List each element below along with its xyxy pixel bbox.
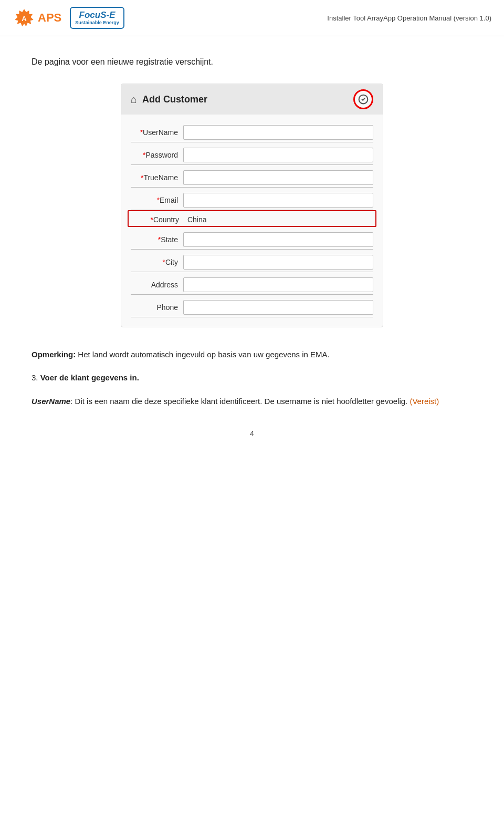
password-row: *Password xyxy=(131,142,373,165)
password-input[interactable] xyxy=(183,148,373,162)
city-input[interactable] xyxy=(183,255,373,270)
focus-e-subtitle: Sustainable Energy xyxy=(75,20,119,26)
state-row: *State xyxy=(131,227,373,250)
email-input[interactable] xyxy=(183,193,373,208)
truename-input[interactable] xyxy=(183,170,373,185)
username-note-bold: UserName xyxy=(32,397,70,406)
state-input[interactable] xyxy=(183,232,373,247)
city-row: *City xyxy=(131,250,373,272)
note-section: Opmerking: Het land wordt automatisch in… xyxy=(32,348,472,361)
username-note-text: : Dit is een naam die deze specifieke kl… xyxy=(70,397,407,406)
page-number: 4 xyxy=(32,429,472,448)
step3-text: Voer de klant gegevens in. xyxy=(40,373,139,382)
step3-section: 3. Voer de klant gegevens in. xyxy=(32,371,472,384)
focus-e-logo: FocuS-E Sustainable Energy xyxy=(70,7,124,28)
form-header: ⌂ Add Customer xyxy=(121,84,383,115)
form-title: Add Customer xyxy=(142,94,207,105)
city-label: *City xyxy=(131,258,183,266)
email-row: *Email xyxy=(131,188,373,210)
intro-paragraph: De pagina voor een nieuwe registratie ve… xyxy=(32,57,472,67)
note-text: Het land wordt automatisch ingevuld op b… xyxy=(76,350,330,359)
note-bold: Opmerking: xyxy=(32,350,76,359)
form-fields: *UserName *Password *TrueName *Email *Co… xyxy=(121,115,383,327)
username-label: *UserName xyxy=(131,128,183,137)
phone-row: Phone xyxy=(131,295,373,317)
required-label: (Vereist) xyxy=(410,397,439,406)
svg-text:A: A xyxy=(22,15,27,23)
country-value: China xyxy=(184,215,372,224)
address-input[interactable] xyxy=(183,277,373,292)
home-icon: ⌂ xyxy=(131,94,137,106)
email-label: *Email xyxy=(131,196,183,204)
truename-row: *TrueName xyxy=(131,165,373,188)
username-row: *UserName xyxy=(131,120,373,142)
username-note-section: UserName: Dit is een naam die deze speci… xyxy=(32,395,472,408)
country-label: *Country xyxy=(132,215,184,224)
add-customer-form-card: ⌂ Add Customer *UserName *Password xyxy=(121,84,383,327)
country-row: *Country China xyxy=(128,210,376,227)
truename-label: *TrueName xyxy=(131,173,183,182)
address-row: Address xyxy=(131,272,373,295)
password-label: *Password xyxy=(131,151,183,159)
form-header-left: ⌂ Add Customer xyxy=(131,94,207,106)
manual-title: Installer Tool ArrayApp Operation Manual… xyxy=(327,14,491,22)
step3-number: 3. xyxy=(32,373,38,382)
phone-input[interactable] xyxy=(183,300,373,315)
page-content: De pagina voor een nieuwe registratie ve… xyxy=(0,36,504,469)
aps-logo: A APS xyxy=(13,6,61,29)
focus-e-title: FocuS-E xyxy=(79,10,116,20)
state-label: *State xyxy=(131,235,183,244)
check-circle-icon[interactable] xyxy=(353,89,373,109)
aps-text: APS xyxy=(38,11,61,25)
phone-label: Phone xyxy=(131,303,183,312)
logos-container: A APS FocuS-E Sustainable Energy xyxy=(13,6,124,29)
address-label: Address xyxy=(131,281,183,289)
page-header: A APS FocuS-E Sustainable Energy Install… xyxy=(0,0,504,36)
username-input[interactable] xyxy=(183,125,373,140)
